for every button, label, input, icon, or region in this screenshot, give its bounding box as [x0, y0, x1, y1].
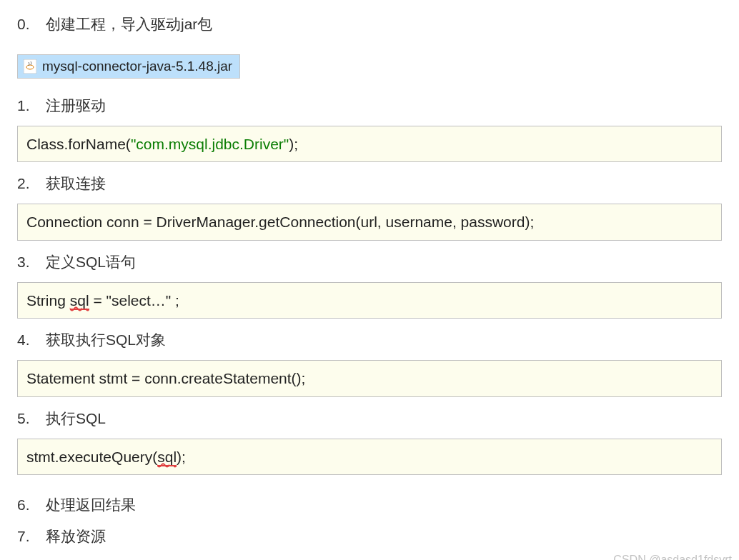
- step-title: 释放资源: [46, 526, 106, 546]
- step-7-header: 7. 释放资源: [17, 526, 722, 546]
- step-number: 1.: [17, 97, 46, 114]
- code-block-5: stmt.executeQuery(sql);: [17, 439, 722, 475]
- code-text: stmt.executeQuery(: [26, 449, 157, 465]
- code-text: = "select…" ;: [89, 292, 179, 309]
- code-block-2: Connection conn = DriverManager.getConne…: [17, 204, 722, 240]
- step-6-header: 6. 处理返回结果: [17, 495, 722, 515]
- code-sql-var: sql: [157, 449, 177, 466]
- code-text: );: [289, 136, 298, 152]
- jar-file-name: mysql-connector-java-5.1.48.jar: [42, 59, 232, 74]
- watermark: CSDN @asdasd1fdsyrt: [613, 554, 732, 560]
- code-sql-var: sql: [70, 292, 89, 310]
- step-number: 0.: [17, 16, 46, 33]
- step-title: 执行SQL: [46, 409, 106, 429]
- code-text: Class.forName(: [26, 136, 131, 152]
- step-title: 处理返回结果: [46, 495, 136, 515]
- step-1-header: 1. 注册驱动: [17, 96, 722, 116]
- jar-file-icon: [24, 59, 36, 74]
- step-5-header: 5. 执行SQL: [17, 409, 722, 429]
- step-number: 7.: [17, 528, 46, 545]
- step-number: 4.: [17, 331, 46, 349]
- code-block-3: String sql = "select…" ;: [17, 282, 722, 319]
- step-title: 定义SQL语句: [46, 252, 136, 272]
- step-title: 获取连接: [46, 174, 106, 194]
- code-text: );: [177, 449, 186, 465]
- code-text: Connection conn = DriverManager.getConne…: [26, 214, 534, 230]
- step-2-header: 2. 获取连接: [17, 174, 722, 194]
- code-text: Statement stmt = conn.createStatement();: [26, 370, 305, 386]
- step-3-header: 3. 定义SQL语句: [17, 252, 722, 272]
- step-number: 6.: [17, 496, 46, 514]
- code-block-4: Statement stmt = conn.createStatement();: [17, 360, 722, 396]
- step-title: 注册驱动: [46, 96, 106, 116]
- step-0-header: 0. 创建工程，导入驱动jar包: [17, 14, 722, 34]
- code-text: String: [26, 292, 70, 309]
- step-number: 3.: [17, 254, 46, 271]
- svg-rect-0: [24, 59, 36, 74]
- code-string: "com.mysql.jdbc.Driver": [131, 136, 289, 152]
- step-number: 5.: [17, 410, 46, 427]
- step-title: 获取执行SQL对象: [46, 330, 166, 350]
- step-4-header: 4. 获取执行SQL对象: [17, 330, 722, 350]
- jar-file-badge: mysql-connector-java-5.1.48.jar: [17, 54, 240, 79]
- step-title: 创建工程，导入驱动jar包: [46, 14, 212, 34]
- step-number: 2.: [17, 175, 46, 192]
- code-block-1: Class.forName("com.mysql.jdbc.Driver");: [17, 126, 722, 162]
